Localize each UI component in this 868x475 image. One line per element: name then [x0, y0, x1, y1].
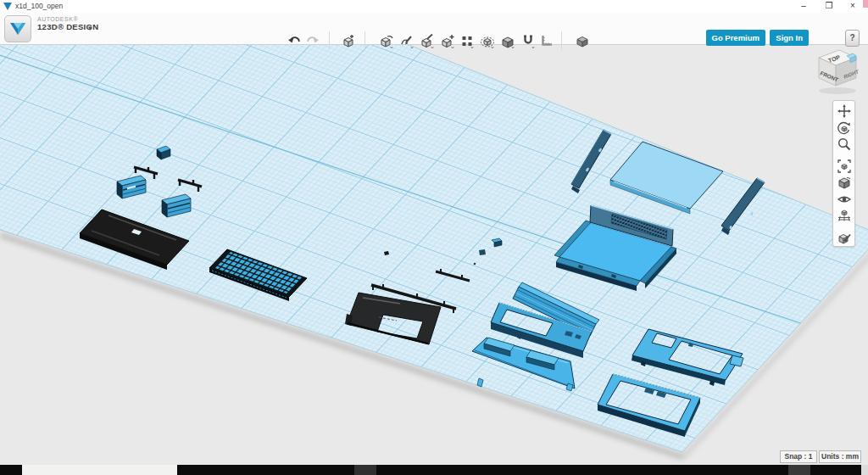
- 3d-print-icon[interactable]: [575, 33, 590, 48]
- orbit-icon[interactable]: [837, 120, 852, 136]
- pan-icon[interactable]: [837, 103, 852, 119]
- close-button[interactable]: ×: [843, 0, 863, 12]
- shaded-view-icon[interactable]: [837, 175, 852, 190]
- viewport-3d[interactable]: TOP FRONT RIGHT: [0, 0, 868, 475]
- taskbar-segment-gray2: [788, 465, 810, 475]
- chevron-down-icon[interactable]: ▾: [88, 24, 92, 32]
- toolbar-separator: [329, 31, 330, 50]
- taskbar-segment-light: [22, 465, 177, 475]
- grouping-tool-icon[interactable]: [480, 33, 495, 48]
- transform-tool-icon[interactable]: [341, 33, 356, 48]
- combine-tool-icon[interactable]: [500, 33, 515, 48]
- sketch-tool-icon[interactable]: [399, 33, 415, 48]
- autodesk-123d-logo-icon: [5, 16, 31, 42]
- taskbar-strip: [0, 465, 868, 475]
- app-window: TOP FRONT RIGHT x1d_100_open – ❐ × AUTOD…: [0, 0, 868, 475]
- snap-setting[interactable]: Snap : 1: [780, 450, 817, 463]
- zoom-fit-icon[interactable]: [837, 159, 852, 174]
- snap-tool-icon[interactable]: [520, 33, 536, 48]
- view-navigation-bar: [832, 100, 855, 247]
- viewcube[interactable]: TOP FRONT RIGHT: [819, 50, 860, 94]
- restore-button[interactable]: ❐: [819, 0, 839, 12]
- modify-tool-icon[interactable]: [440, 33, 455, 48]
- main-toolbar: AUTODESK® 123D® DESIGN ▾: [0, 13, 868, 45]
- app-favicon: [3, 3, 12, 10]
- go-premium-button[interactable]: Go Premium: [706, 30, 766, 46]
- taskbar-resize-grip: [861, 465, 868, 475]
- document-title: x1d_100_open: [15, 2, 63, 10]
- pattern-tool-icon[interactable]: [459, 33, 475, 48]
- undo-icon[interactable]: [287, 33, 302, 48]
- units-setting[interactable]: Units : mm: [819, 450, 861, 463]
- title-bar: x1d_100_open – ❐ ×: [0, 0, 868, 14]
- material-brush-icon[interactable]: [837, 230, 852, 245]
- app-menu-button[interactable]: [4, 15, 31, 42]
- hide-show-eye-icon[interactable]: [837, 192, 852, 207]
- primitives-tool-icon[interactable]: [379, 33, 394, 48]
- corner-artifact: [863, 0, 868, 8]
- toolbar-separator: [561, 31, 562, 50]
- show-grid-icon[interactable]: [837, 208, 852, 223]
- taskbar-segment-gray1: [354, 465, 376, 475]
- minimize-button[interactable]: –: [793, 0, 814, 12]
- zoom-icon[interactable]: [837, 137, 852, 152]
- measure-tool-icon[interactable]: [539, 33, 554, 48]
- construct-tool-icon[interactable]: [420, 33, 435, 48]
- redo-icon[interactable]: [305, 33, 320, 48]
- sign-in-button[interactable]: Sign In: [770, 30, 809, 46]
- toolbar-separator: [364, 31, 365, 50]
- help-button[interactable]: ?: [845, 30, 860, 47]
